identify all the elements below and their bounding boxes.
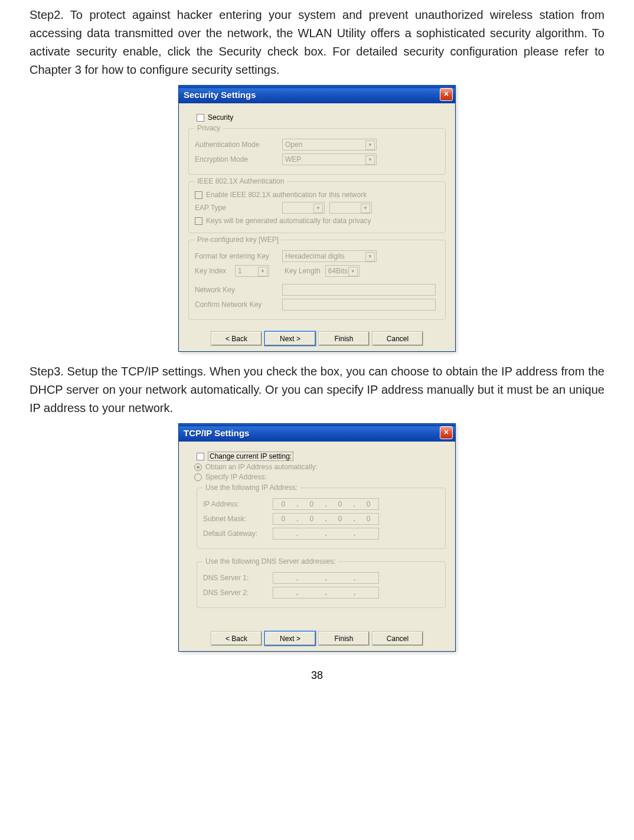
titlebar: Security Settings ×	[179, 86, 455, 103]
confirm-key-label: Confirm Network Key	[195, 300, 277, 309]
eap-type-select[interactable]	[282, 202, 325, 214]
gateway-label: Default Gateway:	[203, 530, 268, 538]
eap-type-label: EAP Type	[195, 204, 277, 212]
security-settings-dialog: Security Settings × Security Privacy Aut…	[178, 85, 456, 352]
cancel-button[interactable]: Cancel	[372, 332, 423, 345]
ieee-legend: IEEE 802.1X Authentication	[195, 177, 286, 185]
step2-paragraph: Step2. To protect against hacker enterin…	[30, 6, 604, 79]
privacy-fieldset: Privacy Authentication Mode Open Encrypt…	[188, 124, 446, 175]
dns-legend: Use the following DNS Server addresses:	[203, 557, 338, 566]
dns2-input[interactable]: . . .	[273, 587, 379, 599]
keys-auto-label: Keys will be generated automatically for…	[206, 217, 371, 225]
ip-address-label: IP Address:	[203, 500, 268, 508]
enable-ieee-label: Enable IEEE 802.1X authentication for th…	[206, 191, 367, 199]
page-number: 38	[30, 669, 604, 682]
change-ip-label: Change current IP setting:	[208, 452, 293, 461]
security-checkbox[interactable]	[197, 114, 204, 122]
enable-ieee-checkbox[interactable]	[195, 191, 202, 199]
keys-auto-checkbox[interactable]	[195, 217, 202, 225]
privacy-legend: Privacy	[195, 124, 223, 132]
key-index-select[interactable]: 1	[235, 265, 269, 277]
back-button[interactable]: < Back	[211, 632, 262, 645]
enc-mode-label: Encryption Mode	[195, 155, 277, 164]
subnet-input[interactable]: 0. 0. 0. 0	[273, 513, 379, 525]
auth-mode-select[interactable]: Open	[282, 139, 377, 151]
gateway-input[interactable]: . . .	[273, 528, 379, 540]
ip-legend: Use the following IP Address:	[203, 483, 300, 492]
network-key-input[interactable]	[282, 284, 436, 296]
step3-paragraph: Step3. Setup the TCP/IP settings. When y…	[30, 362, 604, 417]
format-select[interactable]: Hexadecimal digits	[282, 250, 377, 262]
specify-ip-label: Specify IP Address:	[205, 473, 267, 481]
finish-button[interactable]: Finish	[319, 332, 369, 345]
next-button[interactable]: Next >	[265, 332, 315, 345]
close-icon[interactable]: ×	[440, 88, 453, 101]
specify-ip-radio[interactable]	[194, 473, 202, 481]
ip-address-input[interactable]: 0. 0. 0. 0	[273, 498, 379, 510]
wep-legend: Pre-configured key [WEP]	[195, 236, 281, 244]
key-index-label: Key Index	[195, 267, 230, 275]
tcpip-settings-dialog: TCP/IP Settings × Change current IP sett…	[178, 423, 456, 652]
change-ip-checkbox[interactable]	[197, 453, 204, 460]
obtain-ip-radio[interactable]	[194, 463, 202, 471]
subnet-label: Subnet Mask:	[203, 515, 268, 523]
format-label: Format for entering Key	[195, 252, 277, 260]
dialog-title: Security Settings	[184, 90, 440, 100]
ieee-fieldset: IEEE 802.1X Authentication Enable IEEE 8…	[188, 177, 446, 233]
auth-mode-label: Authentication Mode	[195, 140, 277, 149]
key-length-select[interactable]: 64Bits	[325, 265, 360, 277]
eap-type-select-2[interactable]	[329, 202, 372, 214]
network-key-label: Network Key	[195, 286, 277, 294]
back-button[interactable]: < Back	[211, 332, 262, 345]
enc-mode-select[interactable]: WEP	[282, 153, 377, 165]
dns1-label: DNS Server 1:	[203, 574, 268, 582]
titlebar: TCP/IP Settings ×	[179, 424, 455, 442]
next-button[interactable]: Next >	[265, 632, 315, 645]
close-icon[interactable]: ×	[440, 426, 453, 439]
dialog-title: TCP/IP Settings	[184, 428, 440, 438]
security-label: Security	[208, 113, 233, 122]
finish-button[interactable]: Finish	[319, 632, 369, 645]
key-length-label: Key Length	[285, 267, 321, 275]
wep-fieldset: Pre-configured key [WEP] Format for ente…	[188, 236, 446, 320]
dns-fieldset: Use the following DNS Server addresses: …	[197, 557, 446, 608]
obtain-ip-label: Obtain an IP Address automatically:	[205, 463, 318, 471]
confirm-key-input[interactable]	[282, 299, 436, 310]
cancel-button[interactable]: Cancel	[372, 632, 423, 645]
dns2-label: DNS Server 2:	[203, 589, 268, 597]
dns1-input[interactable]: . . .	[273, 572, 379, 584]
ip-fieldset: Use the following IP Address: IP Address…	[197, 483, 446, 549]
